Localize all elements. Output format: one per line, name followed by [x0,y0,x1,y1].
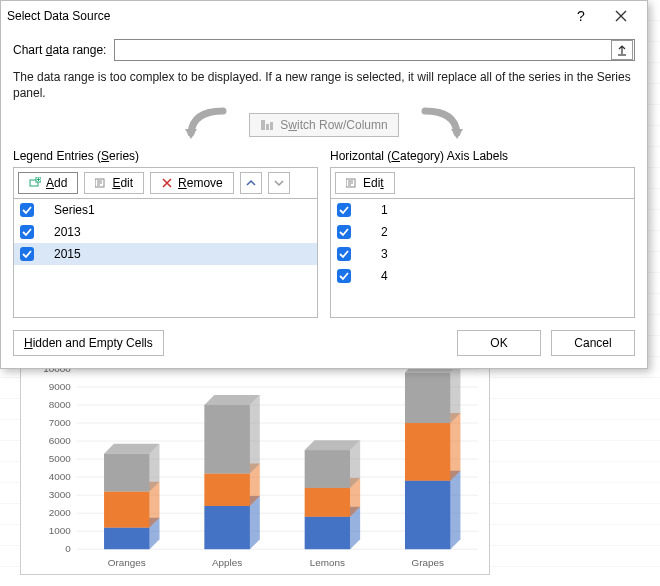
add-series-button[interactable]: Add [18,172,78,194]
svg-text:0: 0 [65,543,71,554]
checkbox-checked-icon[interactable] [337,225,351,239]
svg-rect-64 [270,122,273,130]
svg-rect-55 [405,423,451,481]
chevron-up-icon [246,178,256,188]
svg-text:7000: 7000 [49,417,72,428]
switch-row-column-button[interactable]: Switch Row/Column [249,113,398,137]
select-data-source-dialog: Select Data Source ? Chart data range: T… [0,0,648,369]
edit-category-button[interactable]: Edit [335,172,395,194]
range-warning-message: The data range is too complex to be disp… [13,69,635,101]
svg-text:Oranges: Oranges [108,557,146,568]
svg-rect-42 [305,517,351,549]
svg-text:4000: 4000 [49,471,72,482]
series-item-label: 2013 [54,225,81,239]
close-button[interactable] [601,2,641,30]
checkbox-checked-icon[interactable] [20,247,34,261]
svg-text:1000: 1000 [49,525,72,536]
checkbox-checked-icon[interactable] [20,203,34,217]
cancel-button[interactable]: Cancel [551,330,635,356]
category-listbox[interactable]: 1234 [330,198,635,318]
move-series-up-button[interactable] [240,172,262,194]
collapse-dialog-icon [616,44,628,56]
svg-rect-52 [405,481,451,550]
add-label: Add [46,176,67,190]
ok-button[interactable]: OK [457,330,541,356]
svg-text:Apples: Apples [212,557,242,568]
svg-rect-22 [104,528,150,550]
series-list-item[interactable]: 2013 [14,221,317,243]
checkbox-checked-icon[interactable] [20,225,34,239]
range-selector-button[interactable] [611,40,633,60]
svg-marker-57 [451,413,461,481]
chevron-down-icon [274,178,284,188]
svg-rect-62 [261,120,265,130]
svg-rect-25 [104,492,150,528]
checkbox-checked-icon[interactable] [337,247,351,261]
legend-entries-panel: Legend Entries (Series) Add Edit Remove [13,149,318,318]
svg-rect-38 [204,405,250,474]
switch-icon [260,118,274,132]
svg-rect-63 [266,124,269,130]
svg-rect-48 [305,450,351,488]
category-item-label: 3 [381,247,388,261]
svg-rect-35 [204,474,250,506]
edit-series-button[interactable]: Edit [84,172,144,194]
remove-label: Remove [178,176,223,190]
curved-arrow-left-icon [173,107,233,143]
stacked-bar-chart: 0100020003000400050006000700080009000100… [20,360,490,575]
edit-label: Edit [112,176,133,190]
legend-entries-title: Legend Entries (Series) [13,149,318,163]
edit-icon [346,177,358,189]
svg-rect-58 [405,373,451,423]
svg-marker-40 [250,395,260,473]
category-list-item[interactable]: 3 [331,243,634,265]
svg-rect-28 [104,454,150,492]
svg-rect-32 [204,506,250,549]
category-list-item[interactable]: 2 [331,221,634,243]
chart-data-range-field[interactable] [114,39,635,61]
category-axis-title: Horizontal (Category) Axis Labels [330,149,635,163]
svg-marker-54 [451,471,461,549]
remove-icon [161,177,173,189]
edit-icon [95,177,107,189]
series-item-label: 2015 [54,247,81,261]
series-item-label: Series1 [54,203,95,217]
svg-rect-45 [305,488,351,517]
category-axis-panel: Horizontal (Category) Axis Labels Edit 1… [330,149,635,318]
close-icon [615,10,627,22]
help-button[interactable]: ? [561,2,601,30]
dialog-title: Select Data Source [7,9,561,23]
svg-text:Grapes: Grapes [412,557,444,568]
category-item-label: 1 [381,203,388,217]
move-series-down-button[interactable] [268,172,290,194]
series-listbox[interactable]: Series120132015 [13,198,318,318]
category-toolbar: Edit [330,167,635,198]
series-toolbar: Add Edit Remove [13,167,318,198]
add-icon [29,177,41,189]
chart-data-range-input[interactable] [115,40,610,60]
edit-category-label: Edit [363,176,384,190]
svg-text:3000: 3000 [49,489,72,500]
series-list-item[interactable]: Series1 [14,199,317,221]
category-item-label: 4 [381,269,388,283]
curved-arrow-right-icon [415,107,475,143]
svg-text:5000: 5000 [49,453,72,464]
svg-text:8000: 8000 [49,399,72,410]
category-list-item[interactable]: 4 [331,265,634,287]
hidden-empty-cells-button[interactable]: Hidden and Empty Cells [13,330,164,356]
chart-data-range-label: Chart data range: [13,43,106,57]
series-list-item[interactable]: 2015 [14,243,317,265]
switch-label: Switch Row/Column [280,118,387,132]
checkbox-checked-icon[interactable] [337,203,351,217]
checkbox-checked-icon[interactable] [337,269,351,283]
dialog-titlebar: Select Data Source ? [1,1,647,31]
svg-text:Lemons: Lemons [310,557,345,568]
category-list-item[interactable]: 1 [331,199,634,221]
svg-marker-60 [451,363,461,423]
svg-text:2000: 2000 [49,507,72,518]
category-item-label: 2 [381,225,388,239]
svg-text:6000: 6000 [49,435,72,446]
svg-text:9000: 9000 [49,381,72,392]
remove-series-button[interactable]: Remove [150,172,234,194]
